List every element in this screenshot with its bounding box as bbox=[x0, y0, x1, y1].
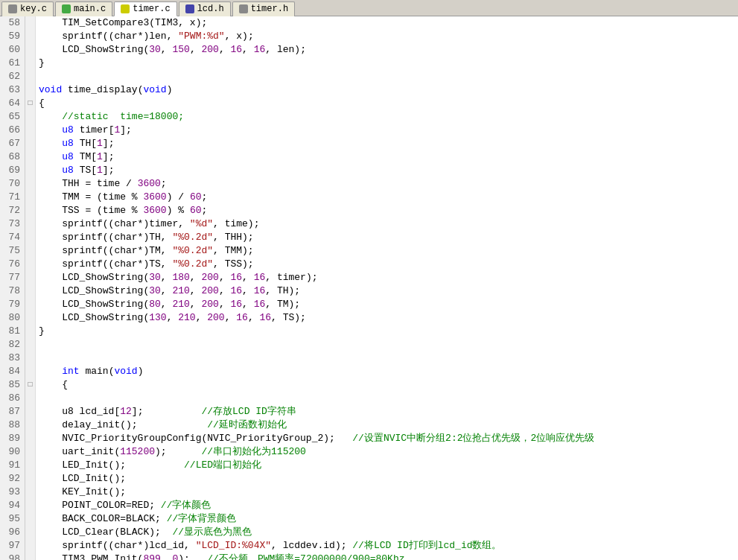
fold-marker bbox=[25, 177, 36, 191]
line-number: 90 bbox=[0, 445, 25, 459]
table-row: 76 sprintf((char*)TS, "%0.2d", TSS); bbox=[0, 258, 738, 271]
code-line: LCD_ShowString(80, 210, 200, 16, 16, TM)… bbox=[36, 298, 738, 311]
tab-label-timer-c: timer.c bbox=[133, 4, 170, 14]
table-row: 60 LCD_ShowString(30, 150, 200, 16, 16, … bbox=[0, 43, 738, 57]
table-row: 85□ { bbox=[0, 378, 738, 392]
fold-marker bbox=[25, 191, 36, 204]
tab-label-main-c: main.c bbox=[74, 4, 106, 14]
table-row: 61} bbox=[0, 57, 738, 70]
line-number: 98 bbox=[0, 553, 25, 560]
line-number: 64 bbox=[0, 97, 25, 110]
code-line: u8 lcd_id[12]; //存放LCD ID字符串 bbox=[36, 405, 738, 419]
line-number: 62 bbox=[0, 70, 25, 83]
code-line: POINT_COLOR=RED; //字体颜色 bbox=[36, 499, 738, 512]
line-number: 91 bbox=[0, 459, 25, 472]
code-line: { bbox=[36, 378, 738, 392]
code-line: uart_init(115200); //串口初始化为115200 bbox=[36, 445, 738, 459]
tab-label-timer-h: timer.h bbox=[251, 4, 288, 14]
line-number: 70 bbox=[0, 177, 25, 191]
table-row: 95 BACK_COLOR=BLACK; //字体背景颜色 bbox=[0, 512, 738, 526]
table-row: 89 NVIC_PriorityGroupConfig(NVIC_Priorit… bbox=[0, 432, 738, 445]
table-row: 81} bbox=[0, 325, 738, 338]
tab-icon-timer-c bbox=[121, 4, 130, 13]
code-line: u8 TH[1]; bbox=[36, 137, 738, 150]
line-number: 61 bbox=[0, 57, 25, 70]
line-number: 59 bbox=[0, 30, 25, 43]
table-row: 98 TIM3_PWM_Init(899, 0); //不分频。PWM频率=72… bbox=[0, 553, 738, 560]
line-number: 94 bbox=[0, 499, 25, 512]
tab-lcd-h[interactable]: lcd.h bbox=[179, 1, 231, 16]
table-row: 74 sprintf((char*)TH, "%0.2d", THH); bbox=[0, 231, 738, 244]
code-line: //static time=18000; bbox=[36, 110, 738, 124]
line-number: 92 bbox=[0, 472, 25, 486]
code-line: LCD_Clear(BLACK); //显示底色为黑色 bbox=[36, 526, 738, 539]
tab-main-c[interactable]: main.c bbox=[55, 1, 112, 16]
fold-marker bbox=[25, 351, 36, 365]
line-number: 79 bbox=[0, 298, 25, 311]
fold-marker bbox=[25, 150, 36, 164]
tab-key-c[interactable]: key.c bbox=[1, 1, 54, 16]
code-line: TSS = (time % 3600) % 60; bbox=[36, 204, 738, 217]
fold-marker bbox=[25, 338, 36, 351]
fold-marker bbox=[25, 164, 36, 177]
fold-marker bbox=[25, 539, 36, 553]
code-line: delay_init(); //延时函数初始化 bbox=[36, 419, 738, 432]
table-row: 94 POINT_COLOR=RED; //字体颜色 bbox=[0, 499, 738, 512]
line-number: 85 bbox=[0, 378, 25, 392]
line-number: 84 bbox=[0, 365, 25, 378]
line-number: 58 bbox=[0, 16, 25, 30]
line-number: 75 bbox=[0, 244, 25, 258]
code-line bbox=[36, 392, 738, 405]
code-line bbox=[36, 351, 738, 365]
code-line: void time_display(void) bbox=[36, 83, 738, 97]
code-line: u8 TS[1]; bbox=[36, 164, 738, 177]
table-row: 71 TMM = (time % 3600) / 60; bbox=[0, 191, 738, 204]
tab-icon-key-c bbox=[8, 4, 17, 13]
fold-marker bbox=[25, 70, 36, 83]
fold-marker bbox=[25, 244, 36, 258]
code-line: LCD_ShowString(30, 150, 200, 16, 16, len… bbox=[36, 43, 738, 57]
line-number: 83 bbox=[0, 351, 25, 365]
fold-marker bbox=[25, 512, 36, 526]
code-line: LCD_Init(); bbox=[36, 472, 738, 486]
tab-timer-c[interactable]: timer.c bbox=[114, 1, 176, 16]
fold-marker bbox=[25, 526, 36, 539]
line-number: 69 bbox=[0, 164, 25, 177]
editor-area: 58 TIM_SetCompare3(TIM3, x);59 sprintf((… bbox=[0, 16, 738, 560]
fold-marker bbox=[25, 499, 36, 512]
fold-marker bbox=[25, 445, 36, 459]
table-row: 69 u8 TS[1]; bbox=[0, 164, 738, 177]
code-line: LCD_ShowString(30, 210, 200, 16, 16, TH)… bbox=[36, 284, 738, 298]
code-line: TMM = (time % 3600) / 60; bbox=[36, 191, 738, 204]
code-line: sprintf((char*)TH, "%0.2d", THH); bbox=[36, 231, 738, 244]
line-number: 86 bbox=[0, 392, 25, 405]
line-number: 88 bbox=[0, 419, 25, 432]
table-row: 70 THH = time / 3600; bbox=[0, 177, 738, 191]
line-number: 65 bbox=[0, 110, 25, 124]
line-number: 95 bbox=[0, 512, 25, 526]
line-number: 74 bbox=[0, 231, 25, 244]
fold-marker bbox=[25, 43, 36, 57]
fold-marker bbox=[25, 472, 36, 486]
tab-timer-h[interactable]: timer.h bbox=[232, 1, 295, 16]
code-line: TIM_SetCompare3(TIM3, x); bbox=[36, 16, 738, 30]
table-row: 64□{ bbox=[0, 97, 738, 110]
table-row: 87 u8 lcd_id[12]; //存放LCD ID字符串 bbox=[0, 405, 738, 419]
code-line: LED_Init(); //LED端口初始化 bbox=[36, 459, 738, 472]
tab-icon-lcd-h bbox=[185, 4, 194, 13]
fold-marker bbox=[25, 486, 36, 499]
table-row: 84 int main(void) bbox=[0, 365, 738, 378]
editor-container[interactable]: 58 TIM_SetCompare3(TIM3, x);59 sprintf((… bbox=[0, 16, 738, 560]
fold-marker[interactable]: □ bbox=[25, 97, 36, 110]
fold-marker bbox=[25, 405, 36, 419]
line-number: 82 bbox=[0, 338, 25, 351]
code-line: TIM3_PWM_Init(899, 0); //不分频。PWM频率=72000… bbox=[36, 553, 738, 560]
code-line: u8 timer[1]; bbox=[36, 124, 738, 137]
line-number: 72 bbox=[0, 204, 25, 217]
line-number: 89 bbox=[0, 432, 25, 445]
fold-marker bbox=[25, 30, 36, 43]
code-line bbox=[36, 338, 738, 351]
code-line: KEY_Init(); bbox=[36, 486, 738, 499]
line-number: 66 bbox=[0, 124, 25, 137]
fold-marker[interactable]: □ bbox=[25, 378, 36, 392]
